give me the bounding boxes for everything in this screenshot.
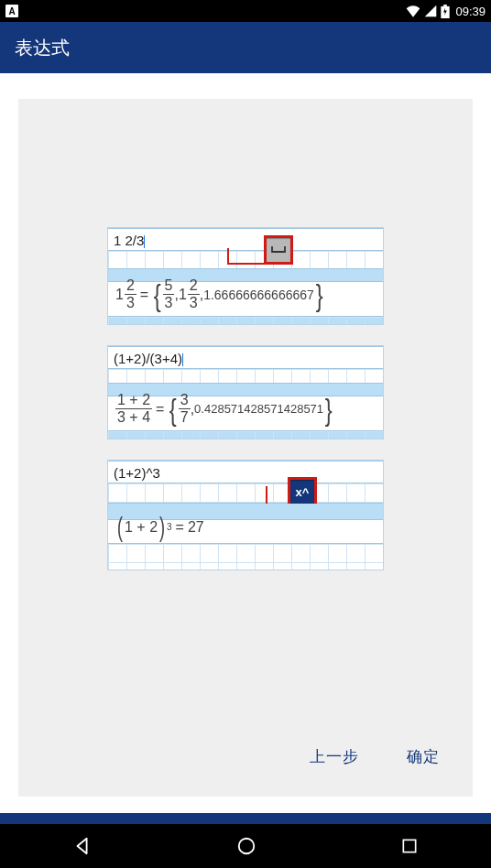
example3-input: (1+2)^3 bbox=[114, 465, 160, 481]
wifi-icon bbox=[406, 5, 420, 17]
example-exponent: (1+2)^3 x^ (1 + 2)3 = 27 bbox=[107, 460, 384, 570]
back-icon bbox=[72, 836, 93, 856]
example2-input-row: (1+2)/(3+4) bbox=[108, 346, 383, 369]
connector-line bbox=[227, 263, 267, 265]
content-area: 1 2/3 123 = { 53 , 123 bbox=[0, 73, 491, 813]
nav-back-button[interactable] bbox=[72, 836, 93, 856]
grid-strip bbox=[108, 483, 383, 504]
grid-strip bbox=[108, 317, 383, 324]
svg-rect-1 bbox=[444, 5, 448, 6]
connector-line bbox=[227, 248, 229, 265]
grid-strip bbox=[108, 369, 383, 384]
app-title: 表达式 bbox=[15, 36, 70, 60]
ok-button[interactable]: 确定 bbox=[396, 739, 451, 775]
example-mixed-fraction: 1 2/3 123 = { 53 , 123 bbox=[107, 227, 384, 325]
text-cursor bbox=[182, 353, 183, 366]
text-cursor bbox=[144, 235, 145, 248]
status-left: A bbox=[5, 5, 18, 17]
dialog-footer: 上一步 确定 bbox=[18, 722, 473, 797]
nav-recent-button[interactable] bbox=[400, 837, 419, 855]
nav-home-button[interactable] bbox=[236, 836, 256, 856]
exponent-key-icon: x^ bbox=[288, 477, 317, 506]
clock: 09:39 bbox=[455, 5, 486, 18]
space-key-icon bbox=[264, 235, 293, 265]
grid-strip bbox=[108, 544, 383, 570]
example2-input: (1+2)/(3+4) bbox=[114, 351, 182, 366]
battery-charging-icon bbox=[441, 5, 450, 18]
prev-button[interactable]: 上一步 bbox=[299, 739, 370, 775]
recent-icon bbox=[400, 837, 419, 855]
home-icon bbox=[236, 836, 256, 856]
example3-input-row: (1+2)^3 bbox=[108, 461, 383, 483]
status-bar: A 09:39 bbox=[0, 0, 491, 22]
app-indicator-icon: A bbox=[5, 5, 18, 17]
example2-result: 1 + 23 + 4 = { 37 , 0.428571428571428571… bbox=[108, 384, 383, 431]
bottom-accent bbox=[0, 813, 491, 824]
status-right: 09:39 bbox=[406, 5, 486, 18]
help-panel: 1 2/3 123 = { 53 , 123 bbox=[18, 99, 473, 797]
navigation-bar bbox=[0, 824, 491, 868]
app-bar: 表达式 bbox=[0, 22, 491, 73]
svg-rect-3 bbox=[404, 840, 416, 852]
signal-icon bbox=[424, 5, 437, 17]
example-fraction-division: (1+2)/(3+4) 1 + 23 + 4 = { 37 , 0.428571… bbox=[107, 345, 384, 439]
grid-strip bbox=[108, 251, 383, 269]
example1-input: 1 2/3 bbox=[114, 233, 144, 248]
example1-input-row: 1 2/3 bbox=[108, 228, 383, 251]
example3-result: (1 + 2)3 = 27 bbox=[108, 504, 383, 544]
svg-point-2 bbox=[239, 839, 255, 854]
example1-result: 123 = { 53 , 123 , 1.66666666666667 } bbox=[108, 269, 383, 317]
grid-strip bbox=[108, 431, 383, 439]
